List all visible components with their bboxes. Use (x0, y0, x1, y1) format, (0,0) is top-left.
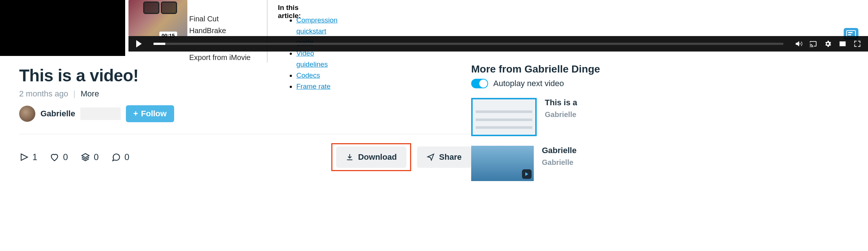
related-author: Gabrielle (545, 110, 577, 119)
author-row: Gabrielle + Follow (19, 105, 471, 122)
divider: | (73, 89, 75, 99)
related-item[interactable]: Gabrielle Gabrielle (471, 146, 868, 181)
stat-comments[interactable]: 0 (111, 152, 129, 162)
share-label: Share (439, 152, 462, 162)
article-link[interactable]: Video guidelines (296, 49, 328, 68)
upload-age: 2 months ago (19, 89, 68, 99)
autoplay-toggle[interactable] (471, 79, 488, 88)
share-button[interactable]: Share (417, 146, 471, 168)
redacted-block (80, 107, 121, 120)
author-name[interactable]: Gabrielle (40, 109, 75, 119)
heart-icon (50, 152, 59, 162)
slide-text: HandBrake (189, 26, 226, 35)
comment-icon (111, 152, 121, 162)
related-item[interactable]: This is a Gabrielle (471, 98, 868, 136)
avatar[interactable] (19, 106, 35, 122)
download-label: Download (358, 152, 397, 162)
related-thumb (471, 98, 537, 136)
progress-bar[interactable] (154, 43, 783, 45)
plus-icon: + (133, 109, 138, 119)
related-author: Gabrielle (542, 158, 576, 167)
stat-plays: 1 (19, 152, 37, 162)
more-link[interactable]: More (81, 89, 99, 99)
follow-label: Follow (141, 109, 167, 119)
collections-count: 0 (94, 152, 99, 162)
follow-button[interactable]: + Follow (126, 105, 174, 122)
article-link[interactable]: Codecs (296, 71, 320, 79)
share-icon (427, 153, 435, 161)
related-title: This is a (545, 98, 577, 107)
play-icon (136, 40, 142, 47)
settings-icon[interactable] (824, 40, 832, 48)
comments-count: 0 (124, 152, 129, 162)
video-left-black (0, 0, 125, 56)
related-title: Gabrielle (542, 146, 576, 155)
play-overlay-icon (522, 169, 532, 179)
stat-likes[interactable]: 0 (50, 152, 68, 162)
plays-count: 1 (32, 152, 37, 162)
article-link[interactable]: Frame rate (296, 82, 331, 90)
pip-icon[interactable] (839, 40, 847, 48)
slide-text: Export from iMovie (189, 53, 251, 62)
player-control-bar (128, 36, 868, 52)
stat-collections[interactable]: 0 (81, 152, 99, 162)
layers-icon (81, 152, 90, 162)
download-highlight: Download (331, 143, 411, 171)
video-player-region: Final Cut HandBrake Export from iMovie 0… (0, 0, 868, 56)
autoplay-label: Autoplay next video (493, 79, 564, 88)
stats-row: 1 0 0 0 Downloa (19, 134, 471, 171)
fullscreen-icon[interactable] (853, 40, 861, 48)
download-button[interactable]: Download (336, 146, 406, 168)
likes-count: 0 (63, 152, 68, 162)
thumbnail-photo (128, 0, 187, 36)
meta-row: 2 months ago | More (19, 89, 471, 99)
play-outline-icon (19, 152, 29, 162)
related-thumb (471, 146, 534, 181)
cast-icon[interactable] (809, 40, 817, 48)
slide-text: Final Cut (189, 15, 219, 23)
volume-icon[interactable] (794, 40, 802, 48)
download-icon (346, 153, 354, 161)
sidebar: More from Gabrielle Dinge Autoplay next … (471, 63, 868, 181)
main-column: This is a video! 2 months ago | More Gab… (19, 63, 471, 181)
page-title: This is a video! (19, 66, 471, 85)
sidebar-heading: More from Gabrielle Dinge (471, 63, 868, 75)
play-button[interactable] (128, 40, 149, 47)
